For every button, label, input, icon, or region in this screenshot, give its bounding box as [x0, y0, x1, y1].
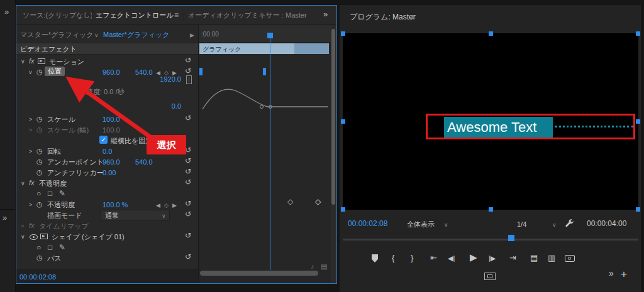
shape-rect-mask-icon[interactable]: □ [48, 243, 52, 252]
active-clip-label[interactable]: Master*グラフィック [103, 30, 169, 39]
anchor-stopwatch-icon[interactable]: ◷ [36, 158, 43, 166]
shape-ellipse-mask-icon[interactable]: ○ [36, 243, 41, 252]
opacity-group-twirl-icon[interactable]: ∨ [21, 180, 25, 187]
antiflicker-reset-icon[interactable]: ↺ [185, 168, 191, 176]
selection-handle-bottom-left[interactable] [341, 207, 345, 212]
panel-v-scrollbar[interactable] [331, 29, 335, 205]
zoom-level-dropdown-icon[interactable]: ∨ [444, 220, 448, 229]
motion-reset-icon[interactable]: ↺ [185, 57, 191, 65]
anchor-y-value[interactable]: 540.0 [135, 158, 153, 166]
program-menu-icon[interactable]: ≡ [409, 13, 414, 21]
go-to-out-button[interactable]: ⇥ [509, 253, 516, 263]
time-remap-twirl-icon[interactable]: > [21, 222, 24, 230]
anchor-x-value[interactable]: 960.0 [103, 158, 120, 166]
antiflicker-label[interactable]: アンチフリッカー [47, 168, 104, 177]
selection-handle-mid-right[interactable] [636, 119, 640, 124]
opacity-keyframe-2[interactable]: ◇ [315, 197, 321, 206]
program-overflow-icon[interactable]: » [609, 269, 614, 278]
audio-note-icon[interactable]: ♪ [311, 262, 314, 271]
opacity-value[interactable]: 100.0 % [103, 200, 128, 209]
rotation-label[interactable]: 回転 [47, 147, 61, 156]
opacity-fx-badge[interactable]: fx [29, 179, 35, 187]
path-stopwatch-icon[interactable]: ◷ [36, 254, 43, 262]
button-editor-plus[interactable]: + [621, 270, 627, 279]
motion-twirl-icon[interactable]: ∨ [21, 58, 25, 65]
program-scrub-track[interactable] [343, 239, 638, 241]
antiflicker-value[interactable]: 0.00 [103, 168, 116, 177]
program-playhead[interactable] [508, 235, 514, 241]
rotation-twirl-icon[interactable]: > [29, 148, 32, 155]
tab-audio-clip-mixer[interactable]: オーディオクリップミキサー : Master [188, 11, 307, 19]
shape-twirl-icon[interactable]: ∨ [21, 233, 25, 241]
shape-pen-mask-icon[interactable]: ✎ [59, 243, 65, 252]
position-keyframe-start[interactable] [199, 68, 203, 75]
effect-footer-timecode[interactable]: 00:00:02:08 [19, 273, 56, 281]
selection-handle-top-left[interactable] [341, 31, 345, 36]
shape-reset-icon[interactable]: ↺ [185, 232, 191, 240]
scale-width-twirl-icon[interactable]: > [29, 126, 32, 134]
time-remap-label[interactable]: タイムリマップ [39, 222, 89, 230]
opacity-pen-mask-icon[interactable]: ✎ [59, 189, 65, 198]
blend-mode-reset-icon[interactable]: ↺ [185, 210, 191, 219]
mark-in-button[interactable]: { [392, 253, 394, 263]
position-stopwatch-icon[interactable]: ◷ [36, 68, 43, 76]
rail-expand-top-icon[interactable]: » [4, 8, 9, 16]
step-back-button[interactable]: ◀| [448, 253, 455, 263]
mark-out-button[interactable]: } [411, 253, 413, 263]
rotation-stopwatch-icon[interactable]: ◷ [36, 147, 43, 155]
opacity-add-keyframe-icon[interactable]: ◇ [164, 202, 169, 209]
scale-twirl-icon[interactable]: > [29, 116, 32, 123]
anchor-reset-icon[interactable]: ↺ [185, 157, 191, 165]
settings-wrench-icon[interactable] [565, 219, 574, 228]
timeline-doc-icon[interactable]: ▤ [321, 262, 327, 271]
velocity-range-icon[interactable] [186, 75, 192, 84]
scale-label[interactable]: スケール [47, 115, 75, 124]
opacity-group-reset-icon[interactable]: ↺ [185, 178, 191, 187]
anchor-label[interactable]: アンカーポイント [47, 158, 104, 166]
motion-label[interactable]: モーション [49, 57, 84, 66]
selection-handle-mid-left[interactable] [341, 119, 345, 124]
selection-handle-bottom-mid[interactable] [489, 207, 493, 212]
effect-playhead-line[interactable] [270, 33, 270, 270]
lift-button[interactable]: ▤ [530, 253, 538, 263]
opacity-label[interactable]: 不透明度 [47, 200, 75, 209]
rail-expand-bottom-icon[interactable]: » [3, 214, 7, 222]
position-keyframe-end[interactable] [263, 68, 266, 75]
rotation-value[interactable]: 0.0 [103, 147, 112, 156]
tab-source[interactable]: ソース:(クリップなし) [23, 11, 92, 19]
playback-resolution-select[interactable]: 1/4 [517, 220, 526, 229]
extract-button[interactable]: ▥ [548, 253, 555, 263]
motion-fx-badge[interactable]: fx [29, 57, 35, 65]
program-current-timecode[interactable]: 00:00:02:08 [348, 219, 387, 228]
tab-overflow-icon[interactable]: » [323, 10, 328, 19]
next-clip-icon[interactable]: ▶ [190, 31, 194, 40]
opacity-ellipse-mask-icon[interactable]: ○ [36, 189, 41, 198]
position-label[interactable]: 位置 [45, 67, 65, 76]
go-to-in-button[interactable]: ⇤ [430, 253, 437, 263]
zoom-level-select[interactable]: 全体表示 [407, 220, 435, 229]
timeline-h-scrollbar[interactable] [200, 271, 318, 276]
antiflicker-stopwatch-icon[interactable]: ◷ [36, 168, 43, 176]
opacity-next-keyframe-icon[interactable]: ▶ [172, 202, 177, 209]
play-button[interactable]: ▶ [470, 252, 477, 262]
tab-effect-controls[interactable]: エフェクトコントロール [96, 11, 174, 19]
selection-handle-top-mid[interactable] [489, 31, 493, 36]
scale-stopwatch-icon[interactable]: ◷ [36, 115, 43, 123]
comparison-view-button[interactable] [484, 273, 496, 280]
scale-value[interactable]: 100.0 [103, 115, 120, 124]
position-twirl-icon[interactable]: ∨ [28, 68, 33, 76]
opacity-keyframe-1[interactable]: ◇ [287, 197, 293, 206]
opacity-twirl-icon[interactable]: > [29, 201, 32, 208]
effect-playhead-handle[interactable] [267, 33, 273, 38]
shape-label[interactable]: シェイプ (シェイプ 01) [52, 232, 125, 241]
opacity-stopwatch-icon[interactable]: ◷ [36, 200, 43, 208]
selection-handle-bottom-right[interactable] [636, 207, 640, 212]
master-clip-dropdown-icon[interactable]: ∨ [94, 31, 99, 40]
timeline-clip-bar-tail[interactable] [294, 43, 329, 54]
opacity-reset-icon[interactable]: ↺ [185, 200, 191, 208]
opacity-rect-mask-icon[interactable]: □ [48, 189, 52, 198]
panel-menu-icon[interactable]: ≡ [174, 11, 179, 19]
uniform-scale-checkbox[interactable]: ✓ [99, 136, 108, 144]
path-reset-icon[interactable]: ↺ [185, 253, 191, 261]
step-forward-button[interactable]: |▶ [489, 253, 496, 263]
